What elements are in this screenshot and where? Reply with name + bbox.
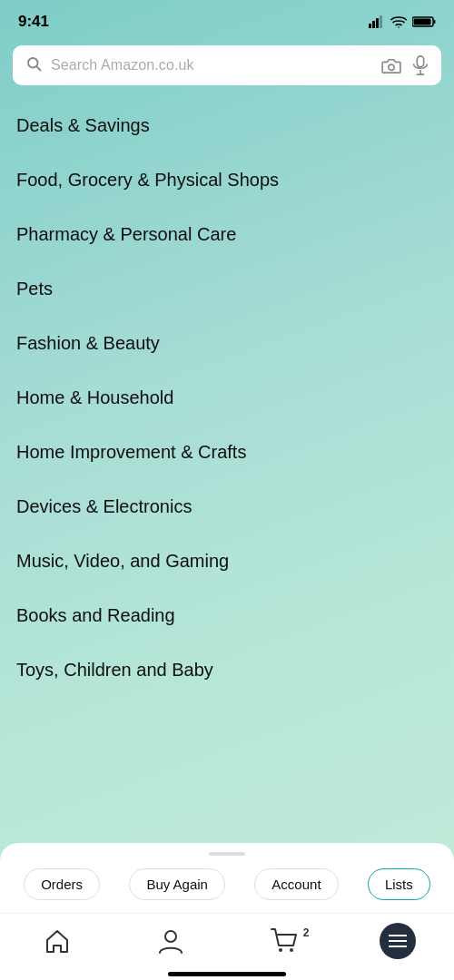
home-indicator [168,972,286,976]
bottom-nav: 2 [0,913,454,966]
nav-item-account[interactable] [134,928,207,954]
quick-actions: Orders Buy Again Account Lists [0,868,454,913]
svg-point-16 [290,948,293,952]
status-time: 9:41 [18,13,49,31]
svg-point-10 [389,64,394,70]
status-icons [369,15,436,28]
wifi-icon [390,15,407,28]
camera-icon[interactable] [381,57,401,74]
sheet-handle [209,852,245,856]
category-list: Deals & SavingsFood, Grocery & Physical … [0,98,454,697]
account-button[interactable]: Account [254,868,338,900]
buy-again-button[interactable]: Buy Again [129,868,225,900]
bottom-sheet: Orders Buy Again Account Lists 2 [0,843,454,980]
nav-item-home[interactable] [21,929,94,953]
svg-point-15 [279,948,282,952]
svg-rect-2 [376,18,379,28]
category-item[interactable]: Pharmacy & Personal Care [16,207,438,261]
orders-button[interactable]: Orders [24,868,100,900]
svg-rect-6 [414,19,431,25]
svg-rect-0 [369,24,371,28]
battery-icon [412,15,436,28]
category-item[interactable]: Books and Reading [16,588,438,642]
nav-item-menu[interactable] [361,923,434,959]
category-item[interactable]: Deals & Savings [16,98,438,152]
lists-button[interactable]: Lists [368,868,430,900]
home-icon [44,929,70,953]
svg-line-9 [36,66,40,70]
microphone-icon[interactable] [412,55,429,75]
signal-icon [369,15,385,28]
category-item[interactable]: Music, Video, and Gaming [16,534,438,588]
svg-point-4 [398,26,400,28]
cart-icon [271,928,298,954]
svg-point-14 [165,931,176,942]
category-item[interactable]: Devices & Electronics [16,479,438,534]
category-item[interactable]: Home Improvement & Crafts [16,425,438,479]
category-item[interactable]: Pets [16,261,438,316]
search-placeholder: Search Amazon.co.uk [51,57,372,74]
category-item[interactable]: Home & Household [16,370,438,425]
category-item[interactable]: Fashion & Beauty [16,316,438,370]
cart-badge: 2 [303,926,310,939]
svg-rect-3 [380,15,382,28]
svg-rect-1 [372,21,375,28]
search-bar[interactable]: Search Amazon.co.uk [13,45,441,85]
svg-rect-7 [434,20,436,24]
nav-item-cart[interactable]: 2 [248,928,321,954]
svg-rect-11 [417,56,423,67]
status-bar: 9:41 [0,0,454,40]
menu-icon [380,923,416,959]
category-item[interactable]: Toys, Children and Baby [16,642,438,697]
category-item[interactable]: Food, Grocery & Physical Shops [16,152,438,207]
person-icon [159,928,183,954]
search-icon [25,55,42,75]
